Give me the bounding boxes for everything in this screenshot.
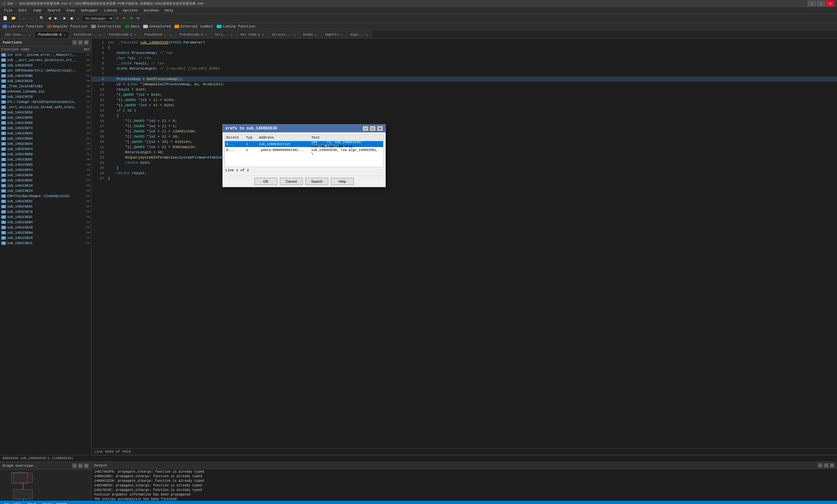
close-button[interactable]: ✕	[826, 1, 834, 6]
tab-close-pseudocode-e[interactable]: ✕	[64, 33, 66, 37]
toolbar-check[interactable]: ✓	[114, 15, 121, 22]
tab-hex-view[interactable]: Hex View-1 ✕	[237, 31, 267, 38]
functions-list[interactable]: f int std::_System_error::_Makestr(_Syst…	[0, 52, 91, 455]
list-item[interactable]: f sub_1401C9DF4 .te	[0, 167, 91, 173]
modal-cancel-button[interactable]: Cancel	[280, 178, 303, 185]
list-item[interactable]: f sub __acrt_current_directory<_crt_win3…	[0, 57, 91, 63]
menu-edit[interactable]: Edit	[16, 8, 30, 13]
toolbar-forward[interactable]: →	[28, 15, 35, 22]
toolbar-new[interactable]: 📄	[1, 15, 9, 22]
list-item[interactable]: f _free_locale$fin$1 .te	[0, 84, 91, 89]
menu-windows[interactable]: Windows	[141, 8, 161, 13]
list-item[interactable]: f sub_1401C9E6C .te	[0, 204, 91, 209]
tab-structures[interactable]: Structu... ✕	[268, 31, 299, 38]
graph-minimize-btn[interactable]: ─	[72, 464, 77, 468]
list-item[interactable]: f sub_1401C9EB4 .te	[0, 220, 91, 225]
list-item[interactable]: f sub_1401C95B6 .te	[0, 73, 91, 78]
output-float-btn[interactable]: □	[824, 463, 829, 468]
menu-view[interactable]: View	[64, 8, 77, 13]
toolbar-prev[interactable]: ◀	[47, 15, 52, 22]
list-item[interactable]: f int std::_System_error::_Makestr(_Syst…	[0, 52, 91, 57]
modal-maximize-btn[interactable]: □	[370, 126, 376, 131]
tab-enums[interactable]: Enums ✕	[300, 31, 320, 38]
toolbar-next[interactable]: ▶	[53, 15, 59, 22]
list-item[interactable]: f sub_1401C9DDC .te	[0, 157, 91, 162]
list-item[interactable]: f sub_1401C961D .te	[0, 78, 91, 84]
list-item[interactable]: f sub_1401C9E5C .te	[0, 199, 91, 204]
list-item[interactable]: f sub_1401C9EB4 .te	[0, 230, 91, 235]
list-item[interactable]: f sub_1401C9552 .te	[0, 63, 91, 68]
list-item[interactable]: f sub_1401C9E9C .te	[0, 214, 91, 220]
list-item[interactable]: f int CMFCHeaderCtrl::OnPaint(void)::'1'…	[0, 68, 91, 73]
menu-debugger[interactable]: Debugger	[78, 8, 101, 13]
tab-imports[interactable]: Imports ✕	[321, 31, 346, 38]
toolbar-back[interactable]: ←	[21, 15, 28, 22]
toolbar-arrow-left[interactable]: ⇐	[121, 15, 127, 22]
menu-lumina[interactable]: Lumina	[101, 8, 120, 13]
toolbar-open[interactable]: 📂	[10, 15, 18, 22]
panel-minimize-btn[interactable]: ─	[72, 40, 77, 45]
list-item[interactable]: f sub_1401C9DE8 .te	[0, 162, 91, 167]
tab-exports[interactable]: Expo... ✕	[347, 31, 372, 38]
menu-options[interactable]: Options	[120, 8, 141, 13]
list-item[interactable]: f sub_1401C9E78 .te	[0, 209, 91, 214]
tab-close-pseudocode-c[interactable]: ✕	[135, 33, 136, 37]
modal-minimize-btn[interactable]: ─	[362, 126, 369, 131]
list-item[interactable]: f sub_1401C9D5C .te	[0, 115, 91, 120]
list-item[interactable]: f ATL::CImage::GetCDCCacheInstance(void)…	[0, 100, 91, 105]
list-item[interactable]: f sub_1401C9E00 .te	[0, 173, 91, 178]
list-item[interactable]: f sub_1401C9EC0 .te	[0, 235, 91, 240]
panel-float-btn[interactable]: □	[78, 40, 83, 45]
list-item[interactable]: f sub_1401C9E24 .te	[0, 188, 91, 194]
list-item[interactable]: f sub_1401C9DC4 .te	[0, 146, 91, 152]
modal-close-btn[interactable]: ✕	[377, 126, 383, 131]
tab-ida-view[interactable]: IDA View... ✕	[1, 31, 34, 38]
code-area[interactable]: 1 int __fastcall sub_140003530(PVOID Par…	[92, 39, 837, 448]
tab-close-pseudocode-2[interactable]: ✕	[99, 33, 101, 37]
list-item[interactable]: f sub_1401C9CC0 .te	[0, 94, 91, 100]
modal-list[interactable]: D... o sub_140003C0+12C lea r8, sub_1400…	[225, 141, 384, 167]
list-item[interactable]: f sub_1401C9ECC .te	[0, 240, 91, 246]
menu-file[interactable]: File	[1, 8, 15, 13]
modal-ok-button[interactable]: OK	[254, 178, 277, 185]
tab-pseudocode-a[interactable]: Pseudocode-A ✕	[176, 31, 211, 38]
menu-search[interactable]: Search	[45, 8, 63, 13]
tab-close-enums[interactable]: ✕	[315, 33, 317, 37]
toolbar-arrow-right[interactable]: ⇒	[128, 15, 135, 22]
tab-close-structures[interactable]: ✕	[293, 33, 295, 37]
toolbar-stop[interactable]: ⏹	[68, 15, 75, 22]
debugger-selector[interactable]: No debugger	[82, 15, 114, 22]
list-item[interactable]: f sub_1401C9DA4 .te	[0, 141, 91, 146]
tab-pseudocode-c[interactable]: Pseudocode-C ✕	[105, 31, 140, 38]
menu-jump[interactable]: Jump	[31, 8, 44, 13]
tab-close-pseudocode-a[interactable]: ✕	[205, 33, 207, 37]
list-item[interactable]: f sub_1401C9E0C .te	[0, 178, 91, 183]
tab-pseudocode-4[interactable]: Pseudocod... ✕	[141, 31, 175, 38]
tab-close-hex-view[interactable]: ✕	[262, 33, 264, 37]
tab-close-ida-view[interactable]: ✕	[29, 33, 31, 37]
list-item[interactable]: f sub_1401C9D74 .te	[0, 126, 91, 131]
list-item[interactable]: f sub_1401C9EA8 .te	[0, 225, 91, 230]
panel-close-btn[interactable]: ✕	[84, 40, 89, 45]
list-item[interactable]: f sub_1401C9D94 .te	[0, 136, 91, 141]
tab-close-strings[interactable]: ✕	[231, 33, 232, 37]
list-item[interactable]: f sub_1401C9DD0 .te	[0, 152, 91, 157]
list-item[interactable]: f sub_1401C9D68 .te	[0, 120, 91, 126]
tab-close-exports[interactable]: ✕	[366, 33, 368, 37]
modal-row[interactable]: D... o .pdata:0000000001402... RUNTIME_F…	[225, 147, 383, 153]
list-item[interactable]: f sub_1401C9D50 .te	[0, 110, 91, 115]
modal-search-button[interactable]: Search	[305, 178, 328, 185]
tab-close-pseudocode-4[interactable]: ✕	[170, 33, 172, 37]
list-item[interactable]: f _cert_unitialize_thread_safe_statics(v…	[0, 105, 91, 110]
list-item[interactable]: f sub_1401C9E18 .te	[0, 183, 91, 188]
toolbar-arrows[interactable]: ⇔	[135, 15, 141, 22]
graph-close-btn[interactable]: ✕	[84, 464, 89, 468]
tab-pseudocode-e[interactable]: Pseudocode-E ✕	[35, 31, 69, 38]
toolbar-step[interactable]: ↓	[76, 15, 81, 22]
minimize-button[interactable]: ─	[807, 1, 816, 6]
graph-float-btn[interactable]: □	[78, 464, 83, 468]
tab-pseudocode-2[interactable]: Pseudocod... ✕	[70, 31, 105, 38]
list-item[interactable]: f sub_1401C9D84 .te	[0, 131, 91, 136]
tab-strings[interactable]: Stri... ✕	[211, 31, 236, 38]
list-item[interactable]: f CMFCToolBarImages::CleanUp(void) .te	[0, 194, 91, 199]
